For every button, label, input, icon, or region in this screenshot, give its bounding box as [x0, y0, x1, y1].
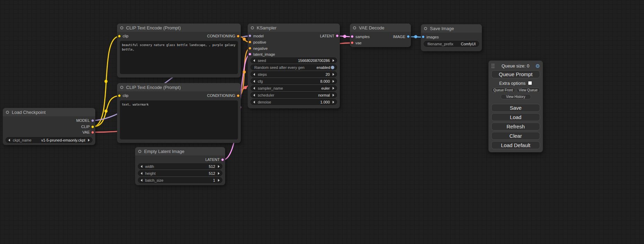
increment-arrow-icon[interactable] [333, 73, 334, 76]
random-seed-widget[interactable]: Random seed after every gen enabled [250, 64, 337, 70]
negative-input-port[interactable] [248, 47, 252, 50]
empty-latent-image-node[interactable]: Empty Latent Image LATENT width 512 heig… [135, 147, 225, 185]
widget-value: enabled [317, 65, 330, 70]
load-checkpoint-node[interactable]: Load Checkpoint MODEL CLIP VAE ckpt_name… [3, 108, 95, 145]
node-title-bar[interactable]: Empty Latent Image [135, 147, 225, 155]
model-output-port[interactable] [91, 119, 94, 122]
widget-value: normal [318, 93, 330, 97]
increment-arrow-icon[interactable] [218, 179, 220, 182]
seed-widget[interactable]: seed 156680208700286 [250, 57, 337, 63]
view-queue-button[interactable]: View Queue [517, 88, 540, 93]
clip-input-port[interactable] [118, 94, 121, 97]
widget-label: batch_size [145, 178, 213, 182]
increment-arrow-icon[interactable] [88, 139, 90, 142]
random-seed-toggle-icon[interactable] [331, 66, 334, 69]
queue-prompt-button[interactable]: Queue Prompt [491, 70, 540, 78]
decrement-arrow-icon[interactable] [253, 87, 255, 90]
conditioning-output-port[interactable] [237, 35, 240, 38]
samples-input-port[interactable] [351, 35, 354, 38]
conditioning-output-label: CONDITIONING [207, 93, 235, 98]
collapse-dot-icon[interactable] [6, 111, 9, 114]
queue-size-label: Queue size: 0 [495, 63, 536, 69]
clear-button[interactable]: Clear [491, 132, 540, 140]
cfg-widget[interactable]: cfg 8.000 [250, 78, 337, 84]
decrement-arrow-icon[interactable] [141, 165, 142, 168]
filename-prefix-widget[interactable]: filename_prefix ComfyUI [424, 41, 479, 47]
increment-arrow-icon[interactable] [333, 94, 334, 97]
width-widget[interactable]: width 512 [138, 163, 222, 169]
images-input-port[interactable] [422, 35, 425, 38]
clip-text-encode-positive-node[interactable]: CLIP Text Encode (Prompt) clip CONDITION… [117, 24, 241, 78]
decrement-arrow-icon[interactable] [253, 73, 255, 76]
latent-image-input-port[interactable] [248, 53, 252, 56]
positive-input-port[interactable] [248, 40, 252, 44]
save-image-node[interactable]: Save Image images filename_prefix ComfyU… [421, 24, 482, 51]
collapse-dot-icon[interactable] [424, 27, 427, 30]
decrement-arrow-icon[interactable] [8, 139, 10, 142]
conditioning-output-port[interactable] [237, 94, 240, 97]
collapse-dot-icon[interactable] [251, 26, 254, 29]
clip-input-port[interactable] [118, 35, 121, 38]
vae-decode-node[interactable]: VAE Decode samples vae IMAGE [350, 24, 411, 47]
height-widget[interactable]: height 512 [138, 170, 222, 176]
latent-output-label: LATENT [320, 34, 334, 38]
vae-input-port[interactable] [351, 41, 354, 44]
vae-output-port[interactable] [91, 131, 94, 134]
node-title-bar[interactable]: CLIP Text Encode (Prompt) [117, 83, 241, 91]
load-default-button[interactable]: Load Default [491, 141, 540, 149]
decrement-arrow-icon[interactable] [141, 172, 142, 175]
decrement-arrow-icon[interactable] [141, 179, 142, 182]
node-title-bar[interactable]: Save Image [421, 24, 482, 33]
widget-label: height [145, 171, 209, 175]
refresh-button[interactable]: Refresh [491, 123, 540, 130]
save-button[interactable]: Save [491, 104, 540, 112]
increment-arrow-icon[interactable] [333, 87, 334, 90]
widget-value: 512 [209, 171, 215, 175]
model-input-port[interactable] [248, 34, 252, 37]
increment-arrow-icon[interactable] [333, 59, 334, 62]
queue-front-button[interactable]: Queue Front [491, 88, 515, 93]
denoise-widget[interactable]: denoise 1.000 [250, 99, 337, 105]
latent-output-port[interactable] [221, 158, 224, 161]
decrement-arrow-icon[interactable] [253, 59, 255, 62]
latent-output-port[interactable] [336, 34, 339, 37]
widget-label: width [145, 164, 209, 169]
scheduler-widget[interactable]: scheduler normal [250, 92, 337, 98]
decrement-arrow-icon[interactable] [253, 94, 255, 97]
widget-label: filename_prefix [427, 42, 461, 46]
increment-arrow-icon[interactable] [333, 101, 334, 103]
node-title: Load Checkpoint [12, 110, 46, 115]
batch-size-widget[interactable]: batch_size 1 [138, 177, 222, 183]
node-title-bar[interactable]: VAE Decode [350, 24, 411, 32]
node-title-bar[interactable]: Load Checkpoint [3, 108, 95, 116]
node-title-bar[interactable]: CLIP Text Encode (Prompt) [117, 24, 241, 32]
drag-handle-icon[interactable] [492, 64, 493, 65]
ckpt-name-widget[interactable]: ckpt_name v1-5-pruned-emaonly.ckpt [6, 137, 92, 143]
positive-prompt-textarea[interactable]: beautiful scenery nature glass bottle la… [120, 41, 238, 74]
graph-canvas[interactable]: Load Checkpoint MODEL CLIP VAE ckpt_name… [0, 0, 644, 244]
image-output-port[interactable] [407, 35, 410, 38]
increment-arrow-icon[interactable] [218, 165, 220, 168]
clip-output-port[interactable] [91, 125, 94, 128]
load-button[interactable]: Load [491, 113, 540, 121]
collapse-dot-icon[interactable] [120, 86, 123, 89]
extra-options-checkbox[interactable] [528, 81, 532, 85]
collapse-dot-icon[interactable] [353, 26, 356, 29]
link-midpoint-dot [105, 110, 108, 113]
sampler-name-widget[interactable]: sampler_name euler [250, 85, 337, 91]
collapse-dot-icon[interactable] [138, 150, 141, 153]
settings-gear-icon[interactable]: ⚙ [536, 63, 540, 69]
increment-arrow-icon[interactable] [333, 80, 334, 83]
increment-arrow-icon[interactable] [218, 172, 220, 175]
negative-prompt-textarea[interactable]: text, watermark [120, 100, 238, 139]
decrement-arrow-icon[interactable] [253, 101, 255, 103]
view-history-button[interactable]: View History [501, 94, 531, 99]
collapse-dot-icon[interactable] [120, 26, 123, 29]
ksampler-node[interactable]: KSampler model positive negative latent_… [248, 24, 340, 108]
steps-widget[interactable]: steps 20 [250, 71, 337, 77]
decrement-arrow-icon[interactable] [253, 80, 255, 83]
clip-text-encode-negative-node[interactable]: CLIP Text Encode (Prompt) clip CONDITION… [117, 83, 241, 143]
model-input-label: model [253, 34, 264, 38]
widget-value: 8.000 [320, 79, 330, 83]
node-title-bar[interactable]: KSampler [248, 24, 340, 32]
